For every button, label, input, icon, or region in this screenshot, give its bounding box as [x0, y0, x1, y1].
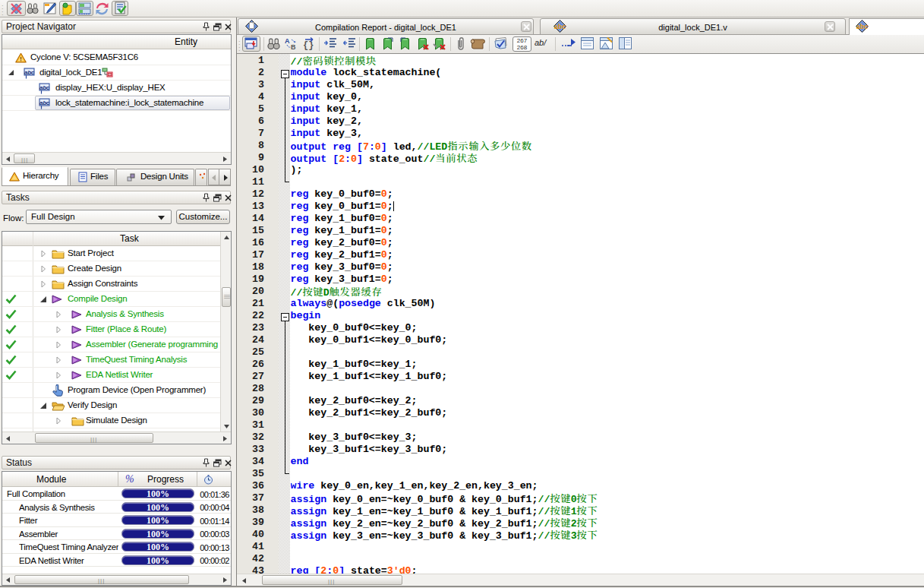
svg-text:B: B: [291, 43, 296, 51]
svg-text:{}: {}: [303, 40, 314, 51]
svg-text:abc: abc: [554, 23, 566, 30]
svg-text:abc: abc: [39, 84, 50, 91]
svg-text:abc: abc: [39, 100, 50, 106]
svg-text:abc: abc: [24, 69, 35, 76]
svg-text:abc: abc: [856, 23, 869, 30]
svg-text:A: A: [285, 37, 290, 45]
